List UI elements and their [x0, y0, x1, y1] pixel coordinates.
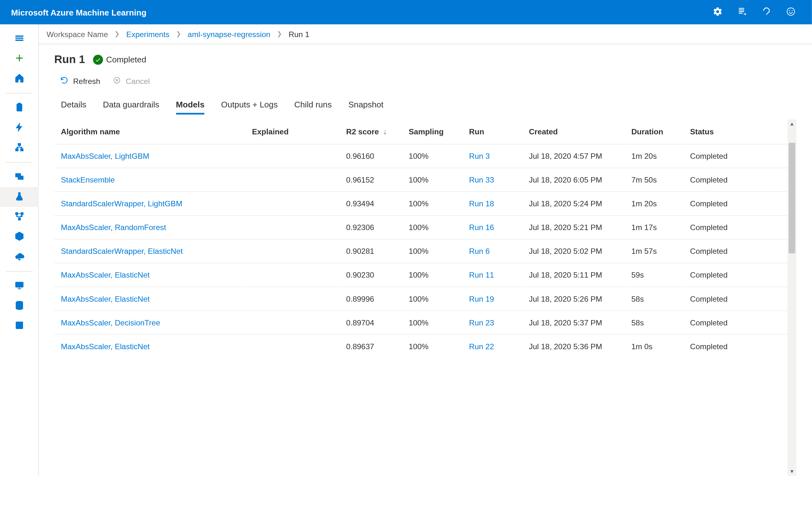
scrollbar-thumb[interactable]	[789, 143, 795, 253]
database-icon	[14, 300, 24, 312]
table-row[interactable]: StandardScalerWrapper, ElasticNet0.90281…	[54, 239, 788, 263]
cloud-icon	[14, 251, 24, 263]
cell-run[interactable]: Run 19	[462, 287, 522, 311]
settings-button[interactable]	[705, 0, 730, 24]
cell-status: Completed	[683, 192, 788, 216]
feedback-form-button[interactable]	[730, 0, 754, 24]
tab-details[interactable]: Details	[61, 96, 86, 115]
cell-r2: 0.90281	[339, 239, 402, 263]
svg-rect-10	[15, 212, 17, 215]
monitor-icon	[14, 280, 24, 292]
cell-algorithm[interactable]: MaxAbsScaler, ElasticNet	[54, 263, 245, 287]
sidebar-compute[interactable]	[0, 276, 38, 296]
cell-created: Jul 18, 2020 5:11 PM	[522, 263, 624, 287]
tab-snapshot[interactable]: Snapshot	[348, 96, 384, 115]
cell-algorithm[interactable]: MaxAbsScaler, RandomForest	[54, 216, 245, 239]
cell-run[interactable]: Run 6	[462, 239, 522, 263]
help-button[interactable]	[754, 0, 779, 24]
svg-rect-11	[20, 212, 23, 215]
cell-created: Jul 18, 2020 5:24 PM	[522, 192, 624, 216]
svg-rect-5	[18, 143, 20, 146]
sidebar-home[interactable]	[0, 69, 38, 89]
col-r2[interactable]: R2 score ↓	[339, 119, 402, 144]
cell-algorithm[interactable]: StandardScalerWrapper, LightGBM	[54, 192, 245, 216]
table-row[interactable]: MaxAbsScaler, DecisionTree0.89704100%Run…	[54, 311, 788, 334]
cell-duration: 1m 57s	[624, 239, 683, 263]
clipboard-icon	[14, 102, 24, 114]
col-sampling[interactable]: Sampling	[402, 119, 462, 144]
cell-r2: 0.96152	[339, 168, 402, 192]
cell-algorithm[interactable]: MaxAbsScaler, ElasticNet	[54, 334, 245, 358]
sidebar-create[interactable]	[0, 49, 38, 69]
vertical-scrollbar[interactable]: ▲ ▼	[788, 119, 797, 475]
col-run[interactable]: Run	[462, 119, 522, 144]
check-circle-icon	[93, 55, 103, 64]
sidebar-models[interactable]	[0, 227, 38, 247]
smile-feedback-button[interactable]	[779, 0, 803, 24]
cell-sampling: 100%	[402, 239, 462, 263]
svg-rect-12	[18, 218, 20, 220]
col-duration[interactable]: Duration	[624, 119, 683, 144]
cell-r2: 0.89704	[339, 311, 402, 334]
col-algorithm[interactable]: Algorithm name	[54, 119, 245, 144]
table-row[interactable]: StandardScalerWrapper, LightGBM0.9349410…	[54, 192, 788, 216]
table-header-row: Algorithm name Explained R2 score ↓ Samp…	[54, 119, 788, 144]
svg-point-0	[787, 8, 795, 15]
cell-run[interactable]: Run 18	[462, 192, 522, 216]
beaker-icon	[14, 191, 24, 203]
cell-algorithm[interactable]: StandardScalerWrapper, ElasticNet	[54, 239, 245, 263]
cell-run[interactable]: Run 16	[462, 216, 522, 239]
table-row[interactable]: StackEnsemble0.96152100%Run 33Jul 18, 20…	[54, 168, 788, 192]
breadcrumb-item-current: Run 1	[288, 29, 310, 40]
breadcrumb-item-experiment-name[interactable]: aml-synapse-regression	[187, 29, 271, 40]
breadcrumb-item-experiments[interactable]: Experiments	[125, 29, 171, 40]
tab-child-runs[interactable]: Child runs	[294, 96, 332, 115]
breadcrumb: Workspace Name ❯ Experiments ❯ aml-synap…	[39, 24, 812, 44]
sidebar-designer[interactable]	[0, 138, 38, 158]
cell-run[interactable]: Run 3	[462, 144, 522, 168]
col-created[interactable]: Created	[522, 119, 624, 144]
cell-run[interactable]: Run 33	[462, 168, 522, 192]
body: Workspace Name ❯ Experiments ❯ aml-synap…	[0, 24, 812, 476]
scrollbar-down-icon[interactable]: ▼	[788, 467, 797, 476]
sidebar-datastores[interactable]	[0, 296, 38, 316]
cell-created: Jul 18, 2020 5:21 PM	[522, 216, 624, 239]
scrollbar-up-icon[interactable]: ▲	[788, 119, 797, 128]
sidebar-toggle[interactable]	[0, 29, 38, 49]
cell-algorithm[interactable]: MaxAbsScaler, LightGBM	[54, 144, 245, 168]
refresh-button[interactable]: Refresh	[60, 75, 101, 88]
cell-algorithm[interactable]: MaxAbsScaler, ElasticNet	[54, 287, 245, 311]
tab-outputs-logs[interactable]: Outputs + Logs	[221, 96, 277, 115]
cell-duration: 1m 20s	[624, 192, 683, 216]
cell-r2: 0.90230	[339, 263, 402, 287]
sidebar-experiments[interactable]	[0, 187, 38, 207]
cell-status: Completed	[683, 311, 788, 334]
content: Run 1 Completed Refresh	[39, 44, 812, 476]
cell-algorithm[interactable]: StackEnsemble	[54, 168, 245, 192]
app-root: Microsoft Azure Machine Learning	[0, 0, 812, 476]
breadcrumb-item-workspace[interactable]: Workspace Name	[45, 29, 109, 40]
sidebar-labeling[interactable]	[0, 316, 38, 336]
sidebar-notebooks[interactable]	[0, 98, 38, 118]
table-row[interactable]: MaxAbsScaler, ElasticNet0.89637100%Run 2…	[54, 334, 788, 358]
cell-sampling: 100%	[402, 334, 462, 358]
cell-explained	[245, 239, 339, 263]
sidebar-pipelines[interactable]	[0, 207, 38, 227]
cell-run[interactable]: Run 22	[462, 334, 522, 358]
table-row[interactable]: MaxAbsScaler, ElasticNet0.90230100%Run 1…	[54, 263, 788, 287]
sidebar-automl[interactable]	[0, 118, 38, 138]
tab-models[interactable]: Models	[176, 96, 204, 115]
col-status[interactable]: Status	[683, 119, 788, 144]
cell-sampling: 100%	[402, 311, 462, 334]
sidebar-endpoints[interactable]	[0, 247, 38, 267]
cell-run[interactable]: Run 23	[462, 311, 522, 334]
col-explained[interactable]: Explained	[245, 119, 339, 144]
cell-run[interactable]: Run 11	[462, 263, 522, 287]
sidebar-datasets[interactable]	[0, 167, 38, 187]
table-row[interactable]: MaxAbsScaler, RandomForest0.92306100%Run…	[54, 216, 788, 239]
tabs: Details Data guardrails Models Outputs +…	[54, 96, 797, 115]
cell-algorithm[interactable]: MaxAbsScaler, DecisionTree	[54, 311, 245, 334]
table-row[interactable]: MaxAbsScaler, ElasticNet0.89996100%Run 1…	[54, 287, 788, 311]
table-row[interactable]: MaxAbsScaler, LightGBM0.96160100%Run 3Ju…	[54, 144, 788, 168]
tab-data-guardrails[interactable]: Data guardrails	[103, 96, 159, 115]
